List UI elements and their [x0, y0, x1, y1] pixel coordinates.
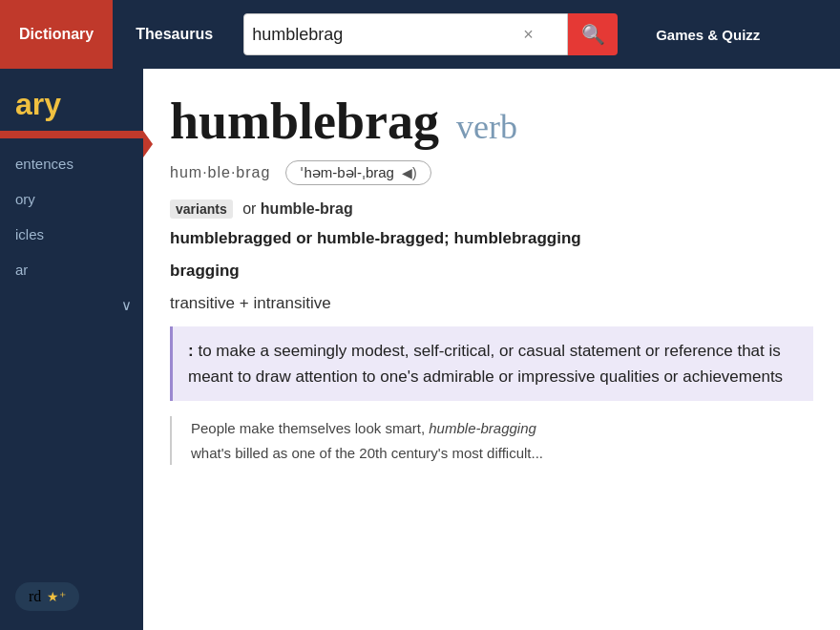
- word-title-row: humblebrag verb: [170, 92, 813, 151]
- search-icon: 🔍: [581, 23, 605, 46]
- syllables: hum·ble·brag: [170, 164, 270, 181]
- sidebar-dictionary-label: ary: [0, 78, 143, 131]
- pos-plus: +: [240, 294, 254, 312]
- sidebar-item-more[interactable]: ∨: [0, 287, 143, 324]
- search-input[interactable]: [252, 25, 519, 45]
- sidebar-save-button[interactable]: rd ★⁺: [15, 582, 79, 611]
- pos-row: transitive + intransitive: [170, 294, 813, 313]
- sidebar-item-sentences[interactable]: entences: [0, 146, 143, 181]
- sidebar-ribbon: [0, 131, 143, 138]
- nav-games[interactable]: Games & Quizz: [633, 27, 783, 43]
- clear-button[interactable]: ×: [519, 25, 537, 45]
- variants-or: or: [242, 200, 256, 217]
- pronunciation-pill[interactable]: ˈhəm-bəl-ˌbrag ◀): [285, 160, 430, 185]
- pos-transitive: transitive: [170, 294, 235, 312]
- chevron-down-icon: ∨: [121, 297, 132, 314]
- phonetic-text: ˈhəm-bəl-ˌbrag: [300, 164, 394, 181]
- variants-label: variants: [170, 200, 233, 219]
- example-rest: what's billed as one of the 20th century…: [191, 445, 543, 461]
- bookmark-icon: rd: [29, 588, 41, 605]
- header: Dictionary Thesaurus × 🔍 Games & Quizz: [0, 0, 840, 69]
- sidebar: ary entences ory icles ar ∨ rd ★⁺: [0, 69, 143, 630]
- example-text: People make themselves look smart,: [191, 420, 425, 436]
- bragging-label: bragging: [170, 262, 813, 281]
- nav-thesaurus-tab[interactable]: Thesaurus: [113, 0, 236, 69]
- part-of-speech: verb: [456, 108, 517, 146]
- nav-dictionary-tab[interactable]: Dictionary: [0, 0, 113, 69]
- variants-alt: humble-brag: [261, 200, 353, 217]
- search-input-wrap: ×: [243, 13, 568, 55]
- example-block: People make themselves look smart, humbl…: [170, 416, 813, 465]
- main-content: humblebrag verb hum·ble·brag ˈhəm-bəl-ˌb…: [143, 69, 840, 630]
- sidebar-item-articles[interactable]: icles: [0, 217, 143, 252]
- sidebar-item-history[interactable]: ory: [0, 181, 143, 217]
- star-plus-icon: ★⁺: [47, 589, 66, 605]
- definition-text: to make a seemingly modest, self-critica…: [188, 342, 783, 386]
- sidebar-item-grammar[interactable]: ar: [0, 252, 143, 287]
- conjugations-text: humblebragged or humble-bragged; humbleb…: [170, 229, 581, 247]
- variants-row: variants or humble-brag: [170, 200, 813, 218]
- word-title: humblebrag: [170, 93, 439, 150]
- sidebar-nav: entences ory icles ar ∨: [0, 146, 143, 324]
- conjugations-row: humblebragged or humble-bragged; humbleb…: [170, 229, 813, 248]
- example-italic: humble-bragging: [429, 420, 536, 436]
- definition-block: : to make a seemingly modest, self-criti…: [170, 326, 813, 401]
- main-layout: ary entences ory icles ar ∨ rd ★⁺ humble…: [0, 69, 840, 630]
- search-bar: × 🔍: [243, 13, 618, 55]
- audio-icon[interactable]: ◀): [402, 165, 417, 180]
- pos-intransitive: intransitive: [253, 294, 330, 312]
- definition-colon: :: [188, 342, 194, 360]
- pronunciation-row: hum·ble·brag ˈhəm-bəl-ˌbrag ◀): [170, 160, 813, 185]
- search-button[interactable]: 🔍: [568, 13, 618, 55]
